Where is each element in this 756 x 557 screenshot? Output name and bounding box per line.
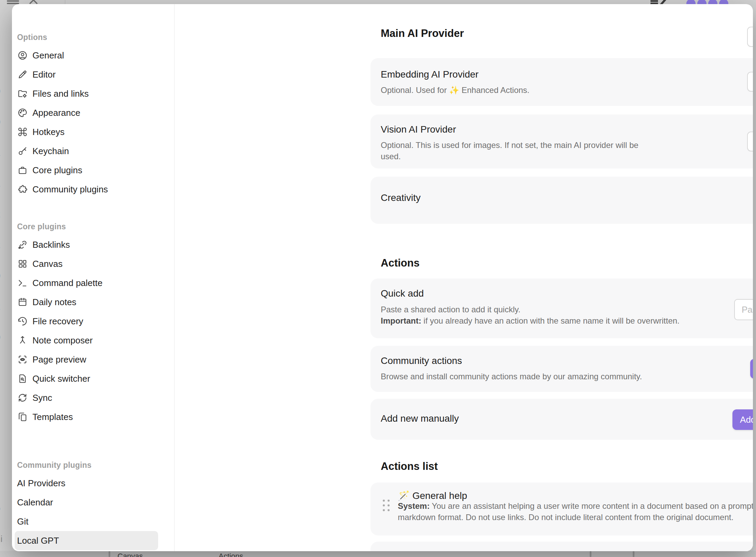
sidebar-item-daily-notes[interactable]: Daily notes [15, 293, 158, 312]
command-icon [17, 126, 28, 137]
key-icon [17, 146, 28, 157]
hamburger-icon[interactable] [7, 0, 19, 2]
pane-divider [65, 0, 65, 4]
sidebar-item-general[interactable]: General [15, 46, 158, 65]
sidebar-item-appearance[interactable]: Appearance [15, 103, 158, 122]
main-ai-provider-select[interactable]: Ollama ~ gemma3:latest [747, 27, 753, 47]
sidebar-item-label: Templates [32, 412, 73, 422]
sidebar-item-templates[interactable]: Templates [15, 407, 158, 426]
sidebar-item-page-preview[interactable]: Page preview [15, 350, 158, 369]
history-icon [17, 316, 28, 327]
vision-provider-select[interactable]: Ollama ~ gemma3:latest [747, 132, 753, 151]
background-text-fragment: 0 [0, 271, 4, 281]
bottom-label-canvas: Canvas [117, 552, 143, 557]
calendar-icon [17, 297, 28, 308]
sidebar-item-core-plugins[interactable]: Core plugins [15, 161, 158, 180]
drag-handle-icon[interactable] [383, 500, 390, 511]
file-search-icon [17, 373, 28, 384]
open-community-actions-button[interactable]: Open community actions [750, 359, 753, 379]
sidebar-item-file-recovery[interactable]: File recovery [15, 312, 158, 331]
background-text-fragment: 2 [0, 240, 4, 250]
sidebar-item-keychain[interactable]: Keychain [15, 141, 158, 161]
action-item-card-partial [370, 542, 753, 551]
status-divider [633, 551, 634, 557]
status-divider [109, 551, 110, 557]
background-text-fragment: l [0, 472, 4, 483]
sidebar-item-hotkeys[interactable]: Hotkeys [15, 122, 158, 141]
background-glyph [650, 0, 667, 4]
sidebar-item-label: AI Providers [17, 478, 66, 489]
settings-sidebar: OptionsGeneralEditorFiles and linksAppea… [12, 4, 174, 551]
main-ai-provider-label: Main AI Provider [381, 27, 464, 40]
sidebar-item-label: Calendar [17, 497, 53, 508]
sidebar-item-label: Hotkeys [32, 127, 65, 137]
folder-cog-icon [17, 88, 28, 99]
sidebar-item-label: Appearance [32, 108, 80, 118]
vision-provider-card: Vision AI Provider Optional. This is use… [370, 114, 753, 168]
sidebar-item-sync[interactable]: Sync [15, 388, 158, 407]
creativity-title: Creativity [381, 192, 753, 203]
sidebar-section-header-community-plugins: Community plugins [15, 457, 167, 474]
sidebar-item-label: Keychain [32, 146, 69, 157]
sidebar-item-ai-providers[interactable]: AI Providers [15, 474, 158, 493]
sidebar-item-canvas[interactable]: Canvas [15, 254, 158, 273]
quick-add-important-text: if you already have an action with the s… [421, 316, 680, 325]
community-actions-desc: Browse and install community actions mad… [381, 371, 753, 382]
embedding-provider-title: Embedding AI Provider [381, 69, 753, 80]
embedding-provider-select[interactable]: Ollama ~ gemma3:latest [747, 72, 753, 92]
background-text-fragment: 1 [0, 148, 4, 158]
action-system-label: System: [398, 501, 430, 511]
sidebar-item-label: File recovery [32, 316, 83, 327]
files-icon [17, 411, 28, 422]
sidebar-item-local-gpt[interactable]: Local GPT [15, 531, 158, 550]
action-system-text: You are an assistant helping a user writ… [398, 501, 753, 522]
sidebar-item-label: General [32, 50, 64, 61]
sidebar-item-calendar[interactable]: Calendar [15, 493, 158, 512]
sidebar-item-backlinks[interactable]: Backlinks [15, 235, 158, 254]
sidebar-item-label: Editor [32, 69, 56, 80]
vision-provider-desc: Optional. This is used for images. If no… [381, 139, 650, 162]
sidebar-item-quick-switcher[interactable]: Quick switcher [15, 369, 158, 388]
quick-add-desc: Paste a shared action to add it quickly. [381, 305, 520, 314]
add-action-button[interactable]: Add action [732, 409, 753, 430]
sidebar-item-editor[interactable]: Editor [15, 65, 158, 84]
background-text-fragment: ni [0, 534, 4, 544]
sidebar-item-community-plugins[interactable]: Community plugins [15, 180, 158, 199]
wand-icon: 🪄 [398, 490, 410, 501]
sidebar-item-label: Local GPT [17, 535, 59, 546]
background-text-fragment: o [0, 503, 4, 514]
sidebar-item-note-composer[interactable]: Note composer [15, 331, 158, 350]
sidebar-item-label: Core plugins [32, 165, 82, 176]
add-new-title: Add new manually [381, 413, 753, 424]
sidebar-item-label: Files and links [32, 89, 89, 99]
sidebar-item-files-and-links[interactable]: Files and links [15, 84, 158, 103]
paste-action-input[interactable] [734, 299, 753, 320]
creativity-card: Creativity [370, 177, 753, 224]
vision-provider-title: Vision AI Provider [381, 124, 753, 135]
sidebar-item-label: Backlinks [32, 240, 70, 250]
quick-add-important-label: Important: [381, 316, 421, 325]
embedding-provider-card: Embedding AI Provider Optional. Used for… [370, 58, 753, 106]
quick-add-title: Quick add [381, 288, 753, 299]
settings-modal: OptionsGeneralEditorFiles and linksAppea… [12, 4, 753, 551]
palette-icon [17, 107, 28, 118]
sidebar-item-label: Sync [32, 393, 52, 403]
sidebar-item-thumbnails[interactable]: Thumbnails [15, 550, 158, 551]
status-bar [0, 551, 756, 557]
canvas-icon [17, 258, 28, 269]
embedding-provider-desc: Optional. Used for ✨ Enhanced Actions. [381, 84, 753, 96]
community-actions-title: Community actions [381, 355, 753, 366]
background-text-fragment: 2 [0, 301, 4, 312]
box-icon [17, 165, 28, 176]
collapse-icon[interactable] [28, 0, 42, 4]
actions-heading: Actions [381, 257, 420, 269]
community-actions-card: Community actions Browse and install com… [370, 346, 753, 392]
action-item-title: General help [412, 490, 467, 501]
sidebar-item-command-palette[interactable]: Command palette [15, 273, 158, 293]
sidebar-item-git[interactable]: Git [15, 512, 158, 531]
sidebar-item-label: Canvas [32, 259, 62, 269]
scan-eye-icon [17, 354, 28, 365]
puzzle-icon [17, 184, 28, 195]
sidebar-item-label: Page preview [32, 354, 86, 365]
backlink-icon [17, 239, 28, 250]
